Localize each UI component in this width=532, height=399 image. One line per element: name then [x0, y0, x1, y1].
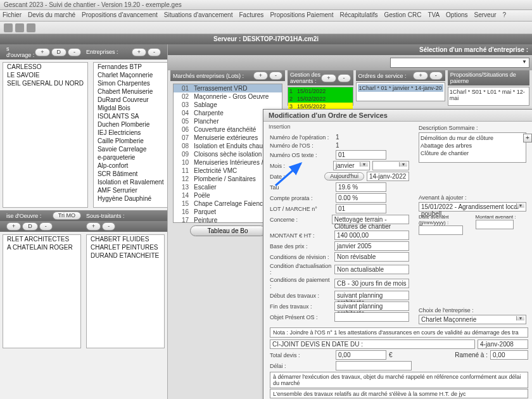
list-item[interactable]: Alp-confort [94, 162, 168, 170]
toolbar-icon[interactable] [27, 23, 35, 32]
del-button[interactable]: - [68, 48, 81, 56]
menu-item[interactable]: TVA [428, 11, 440, 20]
list-item[interactable]: CHABERT FLUIDES [87, 235, 164, 243]
del-button[interactable]: - [102, 222, 115, 231]
desc-textarea[interactable]: Démolition du mur de clôture Abattage de… [419, 132, 526, 163]
fin-input[interactable]: suivant planning architecte [334, 301, 409, 311]
mo-listbox[interactable]: CARLESSOLE SAVOIESEIL GENERAL DU NORD [3, 62, 88, 208]
add-button[interactable]: + [413, 72, 428, 80]
list-item[interactable]: Simon Charpentes [94, 79, 168, 87]
moe-listbox[interactable]: RLET ARCHITECTESA CHATELAIN ROGER [3, 234, 81, 348]
list-item[interactable]: ISOLANTS SA [94, 112, 168, 120]
taux-input[interactable]: 19.6 % [336, 182, 386, 192]
list-item[interactable]: e-parqueterie [94, 153, 168, 162]
list-item[interactable]: LE SAVOIE [3, 71, 87, 79]
menu-item[interactable]: Serveur [474, 11, 497, 20]
num-txt-input[interactable]: 01 [336, 150, 386, 160]
today-button[interactable]: Aujourd'hui [324, 172, 364, 180]
date-input[interactable]: 14-janv-2022 [367, 172, 409, 181]
menu-item[interactable]: Options [446, 11, 467, 20]
dup-button[interactable]: D [51, 48, 67, 56]
marche-combo[interactable] [390, 58, 529, 68]
list-item[interactable]: Chabert Menuiserie [94, 87, 168, 96]
lot-input[interactable]: 01 [336, 204, 386, 213]
year-combo[interactable] [372, 161, 409, 170]
avenants-listbox[interactable]: 115/01/2022215/02/2022315/05/2022 [288, 87, 353, 106]
st-listbox[interactable]: CHABERT FLUIDESCHARLET PEINTURESDURAND E… [86, 234, 165, 348]
lot-row[interactable]: 01Terrassement VRD [174, 84, 282, 92]
list-item[interactable]: Savoie Carrelage [94, 145, 168, 153]
menu-item[interactable]: Situations d'avancement [164, 11, 233, 20]
objet-input[interactable] [334, 312, 409, 322]
ent-listbox[interactable]: Fernandes BTPCharlet MaçonnerieSimon Cha… [93, 62, 168, 208]
text2[interactable]: L'ensemble des travaux relatifs au dit m… [270, 389, 528, 398]
list-item[interactable]: AMF Serrurier [94, 186, 168, 194]
act-input[interactable]: Non actualisable [334, 265, 409, 274]
total-input[interactable]: 0,00 [336, 350, 386, 360]
list-item[interactable]: RLET ARCHITECTES [3, 235, 80, 243]
list-item[interactable]: CARLESSO [3, 63, 87, 71]
lot-row[interactable]: 03Sablage [174, 101, 282, 109]
ordres-listbox[interactable]: 1Charl * 01 * janvier * 14-janv-20 [356, 82, 445, 101]
list-item[interactable]: Charlet Maçonnerie [94, 71, 168, 79]
add-button[interactable]: + [253, 72, 268, 80]
del-button[interactable]: - [39, 222, 53, 231]
toolbar-icon[interactable] [15, 23, 24, 32]
avenant-combo[interactable]: 15/01/2022 - Agrandissement local poubel… [419, 202, 526, 212]
list-item[interactable]: IEJ Electriciens [94, 129, 168, 137]
list-item[interactable]: Duchen Plomberie [94, 120, 168, 129]
list-item[interactable]: Fernandes BTP [94, 63, 168, 71]
av-mont-input[interactable] [476, 220, 514, 229]
text1[interactable]: à démarrer l'exécution des travaux, obje… [270, 372, 528, 388]
menu-item[interactable]: Propositions Paiement [270, 11, 333, 20]
choix-combo[interactable]: Charlet Maçonnerie [419, 315, 526, 324]
ramene-input[interactable]: 0,00 [490, 350, 528, 360]
add-button[interactable]: + [35, 48, 49, 56]
rev-input[interactable]: Non révisable [334, 252, 409, 262]
lot-row[interactable]: 02Maçonnerie - Gros Oeuvre [174, 92, 282, 101]
ci-input[interactable]: CI-JOINT DEVIS EN DATE DU : [270, 339, 475, 349]
delai-input[interactable] [336, 361, 412, 370]
list-item[interactable]: CHARLET PEINTURES [87, 243, 164, 251]
list-item[interactable]: Isolation et Ravalement [94, 178, 168, 186]
avenant-row[interactable]: 115/01/2022 [288, 87, 352, 95]
list-item[interactable]: DuRand Couvreur [94, 96, 168, 104]
add-button[interactable]: + [86, 222, 101, 231]
menu-item[interactable]: ? [503, 11, 507, 20]
menu-item[interactable]: Gestion CRC [384, 11, 421, 20]
list-item[interactable]: SCR Bâtiment [94, 170, 168, 178]
menu-item[interactable]: Récapitulatifs [339, 11, 377, 20]
list-item[interactable]: A CHATELAIN ROGER [3, 243, 80, 251]
add-button[interactable]: + [6, 222, 21, 231]
av-date-input[interactable] [419, 225, 463, 235]
mois-combo[interactable]: janvier [333, 161, 370, 170]
list-item[interactable]: DURAND ETANCHEITE [87, 251, 164, 260]
tableau-button[interactable]: Tableau de Bo [190, 225, 266, 236]
props-listbox[interactable]: 1Charl * S01 * L01 * mai * 12-mai [448, 87, 529, 106]
base-input[interactable]: janvier 2005 [334, 241, 409, 251]
list-item[interactable]: Migdal Bois [94, 104, 168, 112]
montant-input[interactable]: 140 000,00 [334, 231, 409, 240]
compte-input[interactable]: 0.00 % [336, 193, 386, 203]
concerne-input[interactable]: Nettoyage terrain - Clôtures de chantier [332, 215, 409, 224]
del-button[interactable]: - [269, 72, 282, 80]
list-item[interactable]: Hygyène Dauphiné [94, 194, 168, 203]
pay-input[interactable]: CB - 30 jours fin de mois [334, 279, 409, 288]
list-item[interactable]: SEIL GENERAL DU NORD [3, 79, 87, 87]
menu-item[interactable]: Fichier [3, 11, 22, 20]
list-item[interactable]: Caille Plomberie [94, 137, 168, 145]
ci-date-input[interactable]: 4-janv-2008 [478, 339, 528, 349]
menu-item[interactable]: Devis du marché [28, 11, 75, 20]
menu-item[interactable]: Propositions d'avancement [82, 11, 158, 20]
add-button[interactable]: + [321, 74, 336, 82]
del-button[interactable]: - [148, 48, 161, 56]
dup-button[interactable]: D [22, 222, 38, 231]
add-button[interactable]: + [132, 48, 146, 56]
debut-input[interactable]: suivant planning architecte [334, 291, 409, 300]
del-button[interactable]: - [338, 74, 351, 82]
tri-button[interactable]: Tri MO [53, 212, 81, 220]
del-button[interactable]: - [429, 72, 443, 80]
menu-item[interactable]: Factures [239, 11, 263, 20]
avenant-row[interactable]: 215/02/2022 [288, 95, 352, 103]
toolbar-icon[interactable] [4, 23, 13, 32]
